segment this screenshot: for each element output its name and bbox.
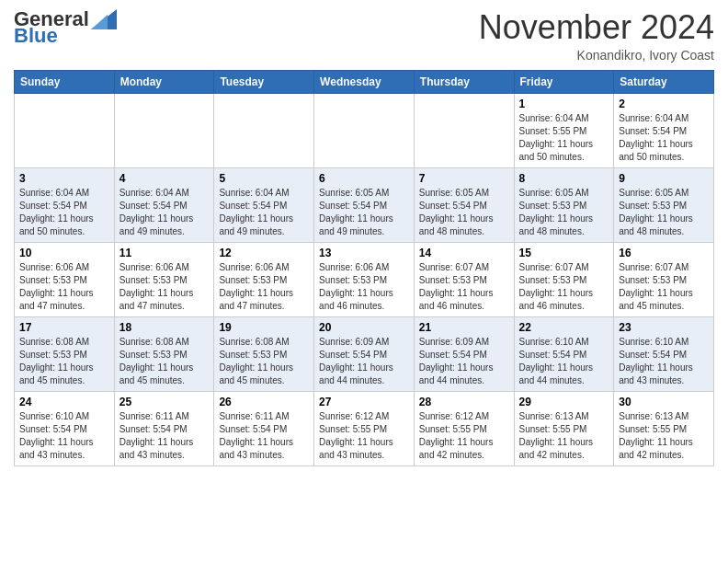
calendar-cell: 24Sunrise: 6:10 AM Sunset: 5:54 PM Dayli… xyxy=(15,391,115,465)
day-info: Sunrise: 6:10 AM Sunset: 5:54 PM Dayligh… xyxy=(619,336,709,387)
calendar-cell: 13Sunrise: 6:06 AM Sunset: 5:53 PM Dayli… xyxy=(314,242,415,316)
day-number: 21 xyxy=(419,321,509,334)
day-number: 6 xyxy=(319,172,409,185)
day-number: 15 xyxy=(519,247,609,259)
svg-marker-1 xyxy=(91,15,108,29)
month-title: November 2024 xyxy=(479,9,714,46)
day-number: 24 xyxy=(19,396,109,408)
day-info: Sunrise: 6:04 AM Sunset: 5:54 PM Dayligh… xyxy=(619,112,709,164)
calendar-cell: 10Sunrise: 6:06 AM Sunset: 5:53 PM Dayli… xyxy=(15,242,115,316)
page: General Blue November 2024 Konandikro, I… xyxy=(0,0,728,480)
day-info: Sunrise: 6:04 AM Sunset: 5:55 PM Dayligh… xyxy=(519,112,609,164)
calendar-cell: 20Sunrise: 6:09 AM Sunset: 5:54 PM Dayli… xyxy=(314,316,415,391)
day-number: 12 xyxy=(219,247,309,259)
day-info: Sunrise: 6:06 AM Sunset: 5:53 PM Dayligh… xyxy=(219,261,309,313)
day-info: Sunrise: 6:11 AM Sunset: 5:54 PM Dayligh… xyxy=(119,410,210,462)
calendar-cell: 5Sunrise: 6:04 AM Sunset: 5:54 PM Daylig… xyxy=(214,167,314,242)
weekday-header-monday: Monday xyxy=(114,70,214,93)
calendar-cell: 18Sunrise: 6:08 AM Sunset: 5:53 PM Dayli… xyxy=(114,316,214,391)
day-info: Sunrise: 6:12 AM Sunset: 5:55 PM Dayligh… xyxy=(319,410,409,462)
calendar-cell: 26Sunrise: 6:11 AM Sunset: 5:54 PM Dayli… xyxy=(214,391,314,465)
calendar-table: SundayMondayTuesdayWednesdayThursdayFrid… xyxy=(14,70,714,466)
location-subtitle: Konandikro, Ivory Coast xyxy=(479,48,714,63)
day-info: Sunrise: 6:04 AM Sunset: 5:54 PM Dayligh… xyxy=(119,187,210,238)
day-number: 3 xyxy=(19,172,109,185)
day-number: 22 xyxy=(519,321,609,334)
day-number: 29 xyxy=(519,396,609,408)
day-number: 17 xyxy=(19,321,109,334)
weekday-header-wednesday: Wednesday xyxy=(314,70,415,93)
calendar-cell xyxy=(214,93,314,167)
day-number: 28 xyxy=(419,396,509,408)
calendar-cell: 11Sunrise: 6:06 AM Sunset: 5:53 PM Dayli… xyxy=(114,242,214,316)
calendar-cell xyxy=(414,93,514,167)
day-number: 18 xyxy=(119,321,210,334)
logo-area: General Blue xyxy=(14,9,117,48)
calendar-cell: 25Sunrise: 6:11 AM Sunset: 5:54 PM Dayli… xyxy=(114,391,214,465)
day-number: 14 xyxy=(419,247,509,259)
week-row-1: 1Sunrise: 6:04 AM Sunset: 5:55 PM Daylig… xyxy=(15,93,714,167)
week-row-4: 17Sunrise: 6:08 AM Sunset: 5:53 PM Dayli… xyxy=(15,316,714,391)
logo-blue-text: Blue xyxy=(14,24,58,48)
weekday-header-thursday: Thursday xyxy=(414,70,514,93)
day-info: Sunrise: 6:05 AM Sunset: 5:53 PM Dayligh… xyxy=(519,187,609,238)
weekday-header-row: SundayMondayTuesdayWednesdayThursdayFrid… xyxy=(15,70,714,93)
day-info: Sunrise: 6:10 AM Sunset: 5:54 PM Dayligh… xyxy=(19,410,109,462)
day-info: Sunrise: 6:13 AM Sunset: 5:55 PM Dayligh… xyxy=(519,410,609,462)
day-number: 8 xyxy=(519,172,609,185)
day-info: Sunrise: 6:09 AM Sunset: 5:54 PM Dayligh… xyxy=(419,336,509,387)
day-number: 1 xyxy=(519,98,609,110)
logo-icon xyxy=(91,9,117,29)
calendar-cell: 17Sunrise: 6:08 AM Sunset: 5:53 PM Dayli… xyxy=(15,316,115,391)
calendar-cell xyxy=(114,93,214,167)
calendar-cell: 8Sunrise: 6:05 AM Sunset: 5:53 PM Daylig… xyxy=(514,167,614,242)
day-info: Sunrise: 6:13 AM Sunset: 5:55 PM Dayligh… xyxy=(619,410,709,462)
calendar-cell: 15Sunrise: 6:07 AM Sunset: 5:53 PM Dayli… xyxy=(514,242,614,316)
day-info: Sunrise: 6:11 AM Sunset: 5:54 PM Dayligh… xyxy=(219,410,309,462)
day-info: Sunrise: 6:05 AM Sunset: 5:54 PM Dayligh… xyxy=(319,187,409,238)
week-row-5: 24Sunrise: 6:10 AM Sunset: 5:54 PM Dayli… xyxy=(15,391,714,465)
day-info: Sunrise: 6:08 AM Sunset: 5:53 PM Dayligh… xyxy=(19,336,109,387)
weekday-header-saturday: Saturday xyxy=(614,70,714,93)
calendar-cell: 2Sunrise: 6:04 AM Sunset: 5:54 PM Daylig… xyxy=(614,93,714,167)
calendar-cell: 30Sunrise: 6:13 AM Sunset: 5:55 PM Dayli… xyxy=(614,391,714,465)
day-info: Sunrise: 6:06 AM Sunset: 5:53 PM Dayligh… xyxy=(319,261,409,313)
day-info: Sunrise: 6:07 AM Sunset: 5:53 PM Dayligh… xyxy=(419,261,509,313)
calendar-cell: 4Sunrise: 6:04 AM Sunset: 5:54 PM Daylig… xyxy=(114,167,214,242)
weekday-header-tuesday: Tuesday xyxy=(214,70,314,93)
day-number: 5 xyxy=(219,172,309,185)
header: General Blue November 2024 Konandikro, I… xyxy=(14,9,714,63)
calendar-cell: 3Sunrise: 6:04 AM Sunset: 5:54 PM Daylig… xyxy=(15,167,115,242)
day-number: 25 xyxy=(119,396,210,408)
day-info: Sunrise: 6:08 AM Sunset: 5:53 PM Dayligh… xyxy=(219,336,309,387)
calendar-cell: 14Sunrise: 6:07 AM Sunset: 5:53 PM Dayli… xyxy=(414,242,514,316)
calendar-cell: 28Sunrise: 6:12 AM Sunset: 5:55 PM Dayli… xyxy=(414,391,514,465)
day-info: Sunrise: 6:08 AM Sunset: 5:53 PM Dayligh… xyxy=(119,336,210,387)
day-info: Sunrise: 6:07 AM Sunset: 5:53 PM Dayligh… xyxy=(619,261,709,313)
day-number: 4 xyxy=(119,172,210,185)
day-number: 30 xyxy=(619,396,709,408)
day-info: Sunrise: 6:07 AM Sunset: 5:53 PM Dayligh… xyxy=(519,261,609,313)
day-number: 20 xyxy=(319,321,409,334)
calendar-cell: 1Sunrise: 6:04 AM Sunset: 5:55 PM Daylig… xyxy=(514,93,614,167)
day-number: 10 xyxy=(19,247,109,259)
calendar-cell: 23Sunrise: 6:10 AM Sunset: 5:54 PM Dayli… xyxy=(614,316,714,391)
day-number: 16 xyxy=(619,247,709,259)
day-info: Sunrise: 6:12 AM Sunset: 5:55 PM Dayligh… xyxy=(419,410,509,462)
day-number: 11 xyxy=(119,247,210,259)
day-info: Sunrise: 6:04 AM Sunset: 5:54 PM Dayligh… xyxy=(219,187,309,238)
calendar-cell: 22Sunrise: 6:10 AM Sunset: 5:54 PM Dayli… xyxy=(514,316,614,391)
day-info: Sunrise: 6:05 AM Sunset: 5:53 PM Dayligh… xyxy=(619,187,709,238)
day-number: 9 xyxy=(619,172,709,185)
day-number: 23 xyxy=(619,321,709,334)
day-number: 2 xyxy=(619,98,709,110)
day-info: Sunrise: 6:09 AM Sunset: 5:54 PM Dayligh… xyxy=(319,336,409,387)
day-info: Sunrise: 6:06 AM Sunset: 5:53 PM Dayligh… xyxy=(19,261,109,313)
day-number: 27 xyxy=(319,396,409,408)
calendar-cell xyxy=(314,93,415,167)
day-info: Sunrise: 6:05 AM Sunset: 5:54 PM Dayligh… xyxy=(419,187,509,238)
calendar-cell: 12Sunrise: 6:06 AM Sunset: 5:53 PM Dayli… xyxy=(214,242,314,316)
calendar-cell: 19Sunrise: 6:08 AM Sunset: 5:53 PM Dayli… xyxy=(214,316,314,391)
day-info: Sunrise: 6:04 AM Sunset: 5:54 PM Dayligh… xyxy=(19,187,109,238)
day-info: Sunrise: 6:06 AM Sunset: 5:53 PM Dayligh… xyxy=(119,261,210,313)
